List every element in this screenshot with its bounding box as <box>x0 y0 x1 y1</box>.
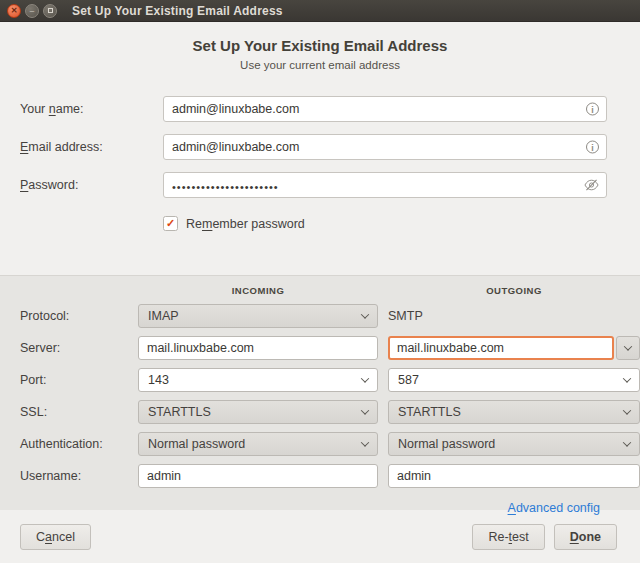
email-label: Email address: <box>20 140 163 154</box>
chevron-down-icon <box>361 406 369 414</box>
cancel-button[interactable]: Cancel <box>20 524 91 550</box>
chevron-down-icon <box>623 406 631 414</box>
username-label: Username: <box>20 469 128 483</box>
remember-password-label: Remember password <box>186 217 305 231</box>
maximize-glyph <box>48 8 53 13</box>
incoming-authentication-select[interactable]: Normal password <box>138 432 378 456</box>
chevron-down-icon <box>623 438 631 446</box>
server-label: Server: <box>20 341 128 355</box>
identity-section: Set Up Your Existing Email Address Use y… <box>0 22 640 275</box>
ssl-label: SSL: <box>20 405 128 419</box>
name-input[interactable] <box>163 96 607 122</box>
incoming-ssl-select[interactable]: STARTTLS <box>138 400 378 424</box>
outgoing-authentication-select[interactable]: Normal password <box>388 432 640 456</box>
outgoing-protocol-value: SMTP <box>388 309 640 323</box>
name-row: Your name: i <box>0 96 640 122</box>
outgoing-server-combo <box>388 336 640 360</box>
eye-slash-icon[interactable] <box>584 179 599 191</box>
minimize-icon[interactable]: – <box>25 4 39 18</box>
retest-button[interactable]: Re-test <box>472 524 544 550</box>
incoming-column-header: INCOMING <box>138 285 378 296</box>
info-icon: i <box>586 141 599 154</box>
remember-password-checkbox[interactable]: ✓ <box>163 216 178 231</box>
password-label: Password: <box>20 178 163 192</box>
chevron-down-icon <box>361 438 369 446</box>
outgoing-server-dropdown-button[interactable] <box>616 336 640 360</box>
close-icon[interactable]: ✕ <box>7 4 21 18</box>
password-row: Password: <box>0 172 640 198</box>
chevron-down-icon <box>623 374 631 382</box>
chevron-down-icon <box>361 374 369 382</box>
maximize-icon[interactable] <box>43 4 57 18</box>
advanced-config-link[interactable]: Advanced config <box>508 501 600 515</box>
page-subtitle: Use your current email address <box>0 59 640 71</box>
authentication-label: Authentication: <box>20 437 128 451</box>
page-title: Set Up Your Existing Email Address <box>0 37 640 54</box>
titlebar: ✕ – Set Up Your Existing Email Address <box>0 0 640 22</box>
outgoing-ssl-select[interactable]: STARTTLS <box>388 400 640 424</box>
footer-bar: Cancel Re-test Done <box>0 510 640 563</box>
protocol-label: Protocol: <box>20 309 128 323</box>
email-input[interactable] <box>163 134 607 160</box>
chevron-down-icon <box>624 342 632 350</box>
outgoing-port-combo[interactable]: 587 <box>388 368 640 392</box>
password-input[interactable] <box>163 172 607 198</box>
outgoing-column-header: OUTGOING <box>388 285 640 296</box>
chevron-down-icon <box>361 310 369 318</box>
incoming-server-input[interactable] <box>138 336 378 360</box>
port-label: Port: <box>20 373 128 387</box>
identity-form: Your name: i Email address: i Password: <box>0 96 640 231</box>
window-title: Set Up Your Existing Email Address <box>72 4 283 18</box>
outgoing-username-input[interactable] <box>388 464 640 488</box>
server-config-section: INCOMING OUTGOING Protocol: IMAP SMTP Se… <box>0 275 640 510</box>
incoming-port-combo[interactable]: 143 <box>138 368 378 392</box>
info-icon: i <box>586 103 599 116</box>
done-button[interactable]: Done <box>554 524 617 550</box>
name-label: Your name: <box>20 102 163 116</box>
outgoing-server-input[interactable] <box>388 336 614 360</box>
incoming-protocol-select[interactable]: IMAP <box>138 304 378 328</box>
incoming-username-input[interactable] <box>138 464 378 488</box>
email-row: Email address: i <box>0 134 640 160</box>
remember-password-row: ✓ Remember password <box>163 216 640 231</box>
